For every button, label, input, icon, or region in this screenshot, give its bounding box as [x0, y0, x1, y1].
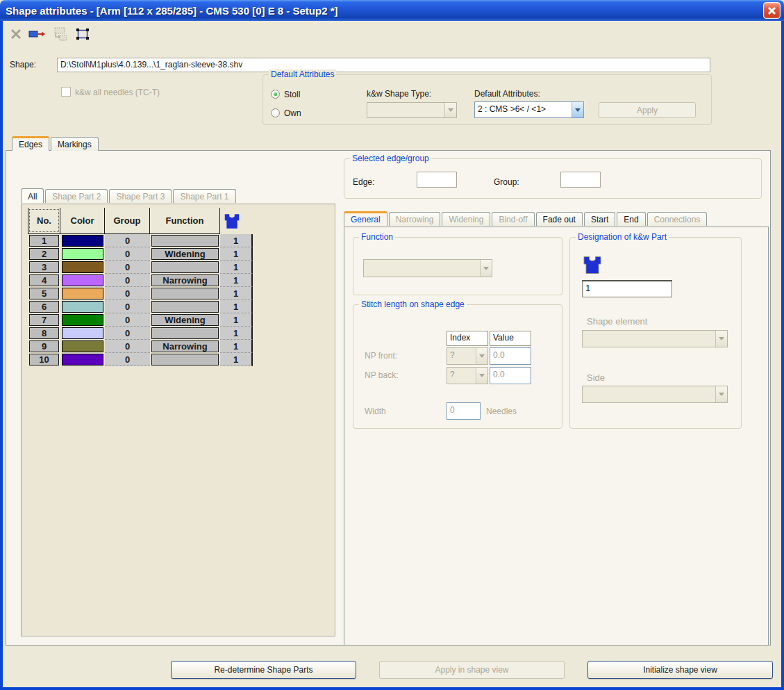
part-tab-shape-part-2: Shape Part 2: [45, 189, 108, 203]
part-number-input[interactable]: 1: [582, 280, 672, 297]
detail-tab-fade-out[interactable]: Fade out: [536, 212, 583, 226]
own-radio[interactable]: [271, 108, 280, 117]
edge-part-cell[interactable]: 1: [220, 313, 253, 327]
kw-all-needles-label: k&w all needles (TC-T): [75, 88, 160, 97]
edge-color-swatch: [62, 288, 103, 299]
edge-part-cell[interactable]: 1: [220, 287, 253, 300]
edge-part-cell[interactable]: 1: [220, 234, 253, 247]
edge-part-cell[interactable]: 1: [220, 340, 253, 353]
edge-no-cell[interactable]: 1: [28, 234, 60, 247]
edge-group-cell[interactable]: 0: [105, 287, 150, 300]
tab-markings[interactable]: Markings: [51, 137, 99, 151]
own-radio-label: Own: [284, 108, 301, 118]
initialize-shape-view-button[interactable]: Initialize shape view: [587, 661, 773, 679]
edge-part-cell[interactable]: 1: [220, 300, 253, 313]
re-determine-shape-parts-button[interactable]: Re-determine Shape Parts: [171, 661, 356, 679]
blue-rect-arrow-glyph: [28, 28, 45, 40]
edge-no-cell[interactable]: 2: [28, 247, 60, 261]
column-header-color[interactable]: Color: [60, 208, 105, 234]
edge-group-cell[interactable]: 0: [105, 274, 150, 287]
edge-no-cell[interactable]: 4: [28, 274, 60, 287]
detail-tab-start[interactable]: Start: [584, 212, 615, 226]
chevron-down-icon: [476, 368, 487, 384]
stoll-radio[interactable]: [271, 90, 280, 99]
edge-row: 101: [28, 234, 253, 247]
edge-color-cell[interactable]: [60, 261, 105, 274]
edge-function-cell[interactable]: [150, 300, 220, 313]
edge-part-cell[interactable]: 1: [220, 247, 253, 261]
edge-color-cell[interactable]: [60, 340, 105, 353]
kw-shape-type-label: k&w Shape Type:: [367, 89, 431, 99]
edge-function-cell[interactable]: Narrowing: [150, 340, 220, 353]
edge-color-cell[interactable]: [60, 313, 105, 327]
column-header-group[interactable]: Group: [105, 208, 150, 234]
selected-edge-group-title: Selected edge/group: [350, 154, 431, 163]
edge-no-cell[interactable]: 6: [28, 300, 60, 313]
chevron-down-icon: [480, 260, 492, 277]
edge-part-cell[interactable]: 1: [220, 274, 253, 287]
detail-tab-end[interactable]: End: [617, 212, 645, 226]
edge-color-cell[interactable]: [60, 300, 105, 313]
np-front-value-field[interactable]: 0.0: [490, 347, 531, 365]
edge-color-cell[interactable]: [60, 234, 105, 247]
window-border-right: [781, 21, 784, 690]
edge-function-cell[interactable]: [150, 327, 220, 340]
edge-color-cell[interactable]: [60, 353, 105, 366]
edge-function-cell[interactable]: [150, 287, 220, 300]
detail-tab-general[interactable]: General: [344, 211, 387, 226]
edge-color-swatch: [62, 261, 103, 273]
edge-color-cell[interactable]: [60, 287, 105, 300]
column-header-no[interactable]: No.: [28, 208, 60, 234]
edge-function-cell[interactable]: [150, 261, 220, 274]
default-attributes-title: Default Attributes: [269, 69, 336, 79]
part-tab-shape-part-1: Shape Part 1: [173, 189, 235, 203]
group-label: Group:: [494, 177, 519, 187]
edge-group-cell[interactable]: 0: [105, 327, 150, 340]
part-tab-all[interactable]: All: [21, 188, 44, 203]
edge-group-cell[interactable]: 0: [105, 247, 150, 261]
edge-no-cell[interactable]: 9: [28, 340, 60, 353]
edge-function-cell[interactable]: [150, 234, 220, 247]
select-region-icon[interactable]: [74, 25, 92, 43]
edge-no-chip: 1: [29, 235, 59, 247]
delete-x-glyph: [10, 28, 22, 40]
edge-table-body: 10120Widening130140Narrowing150160170Wid…: [28, 234, 253, 366]
edge-color-cell[interactable]: [60, 327, 105, 340]
edge-function-cell[interactable]: Widening: [150, 313, 220, 327]
edge-part-cell[interactable]: 1: [220, 261, 253, 274]
edge-group-cell[interactable]: 0: [105, 234, 150, 247]
edge-group-cell[interactable]: 0: [105, 300, 150, 313]
close-button[interactable]: [763, 2, 781, 19]
side-value: [583, 386, 715, 402]
edge-no-cell[interactable]: 8: [28, 327, 60, 340]
chevron-down-icon: [572, 102, 583, 117]
edge-part-cell[interactable]: 1: [220, 327, 253, 340]
tab-edges[interactable]: Edges: [12, 136, 49, 151]
copy-attributes-icon: [51, 25, 69, 43]
edge-no-cell[interactable]: 5: [28, 287, 60, 300]
np-front-index-combo: ?: [447, 347, 488, 365]
title-bar: Shape attributes - [Arm [112 x 285/285] …: [0, 0, 784, 21]
width-field[interactable]: 0: [447, 402, 481, 420]
edge-part-cell[interactable]: 1: [220, 353, 253, 366]
edge-no-cell[interactable]: 3: [28, 261, 60, 274]
apply-to-shape-icon[interactable]: [28, 25, 46, 43]
edge-function-cell[interactable]: Widening: [150, 247, 220, 261]
edge-color-cell[interactable]: [60, 247, 105, 261]
edge-group-cell[interactable]: 0: [105, 313, 150, 327]
default-attributes-combo[interactable]: 2 : CMS >6< / <1>: [474, 101, 584, 118]
edge-no-cell[interactable]: 10: [28, 353, 60, 366]
edge-color-cell[interactable]: [60, 274, 105, 287]
edge-no-cell[interactable]: 7: [28, 313, 60, 327]
column-header-function[interactable]: Function: [150, 208, 220, 234]
edge-function-cell[interactable]: Narrowing: [150, 274, 220, 287]
edge-table: No.ColorGroupFunction 10120Widening13014…: [28, 208, 253, 366]
edge-group-cell[interactable]: 0: [105, 340, 150, 353]
needles-label: Needles: [486, 406, 517, 416]
edge-function-cell[interactable]: [150, 353, 220, 366]
edge-no-chip: 7: [29, 314, 59, 326]
edge-group-cell[interactable]: 0: [105, 261, 150, 274]
shape-path-field[interactable]: D:\Stoll\M1plus\4.0.139...\1_raglan-slee…: [57, 58, 710, 72]
edge-group-cell[interactable]: 0: [105, 353, 150, 366]
np-back-value-field[interactable]: 0.0: [490, 367, 531, 384]
